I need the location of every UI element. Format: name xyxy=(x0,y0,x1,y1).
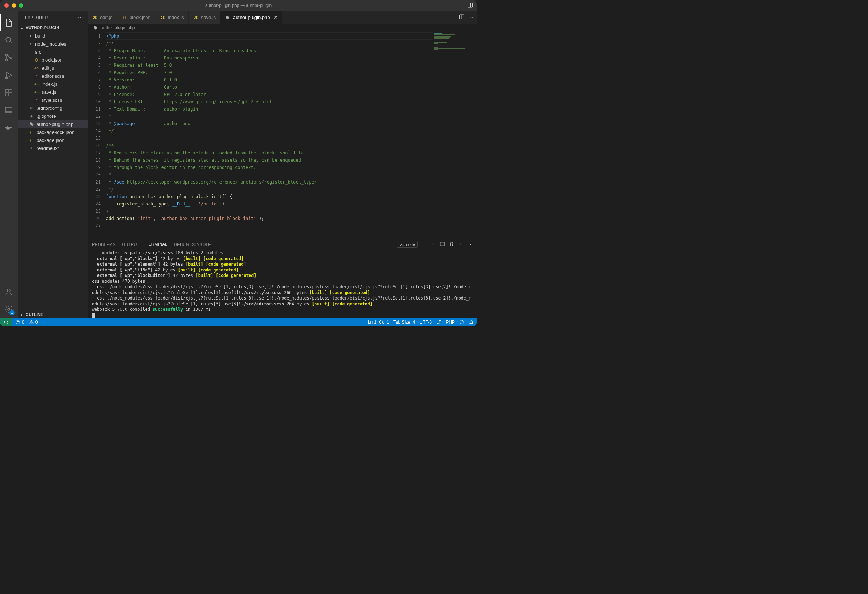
close-icon[interactable]: ✕ xyxy=(274,15,278,20)
tree-file-package-json[interactable]: {}package.json xyxy=(18,136,88,144)
status-eol[interactable]: LF xyxy=(436,320,441,325)
extensions-view-button[interactable] xyxy=(0,84,18,102)
tab-block-json[interactable]: {}block.json xyxy=(117,11,155,24)
maximize-panel-icon[interactable] xyxy=(458,241,463,248)
code-area[interactable]: <?php/** * Plugin Name: An example block… xyxy=(106,32,433,238)
status-warnings[interactable]: 0 xyxy=(29,320,38,325)
editor[interactable]: 1234567891011121314151617181920212223242… xyxy=(88,32,477,238)
status-language[interactable]: PHP xyxy=(446,320,455,325)
tree-folder-build[interactable]: ›build xyxy=(18,32,88,40)
maximize-window-button[interactable] xyxy=(19,3,24,8)
tree-label: editor.scss xyxy=(41,73,64,79)
status-bar: 0 0 Ln 1, Col 1 Tab Size: 4 UTF-8 LF PHP xyxy=(0,318,477,326)
terminal-profile-button[interactable]: node xyxy=(397,241,418,248)
tree-file-gitignore[interactable]: ◆.gitignore xyxy=(18,112,88,120)
project-header[interactable]: ⌄ AUTHOR-PLUGIN xyxy=(18,24,88,32)
run-debug-view-button[interactable] xyxy=(0,66,18,84)
terminal-dropdown-icon[interactable] xyxy=(430,241,436,248)
status-bell-icon[interactable] xyxy=(469,320,474,325)
split-terminal-icon[interactable] xyxy=(440,241,445,248)
tree-label: edit.js xyxy=(41,65,54,71)
tree-label: package-lock.json xyxy=(37,130,74,135)
scss-icon: # xyxy=(34,97,40,103)
tab-index-js[interactable]: JSindex.js xyxy=(155,11,189,24)
tree-file-edit-js[interactable]: JSedit.js xyxy=(18,64,88,72)
svg-point-2 xyxy=(6,37,10,42)
project-name: AUTHOR-PLUGIN xyxy=(25,25,59,30)
status-cursor[interactable]: Ln 1, Col 1 xyxy=(368,320,389,325)
tab-edit-js[interactable]: JSedit.js xyxy=(88,11,117,24)
breadcrumb[interactable]: 🐘 author-plugin.php xyxy=(88,24,477,32)
status-errors-count: 0 xyxy=(22,320,24,325)
remote-indicator[interactable] xyxy=(0,318,12,326)
outline-header[interactable]: › OUTLINE xyxy=(18,310,88,318)
status-feedback-icon[interactable] xyxy=(459,320,464,325)
tree-folder-src[interactable]: ⌄src xyxy=(18,48,88,56)
outline-title: OUTLINE xyxy=(25,312,43,317)
terminal-output[interactable]: modules by path ./src/*.scss 100 bytes 2… xyxy=(88,250,477,318)
close-window-button[interactable] xyxy=(4,3,9,8)
source-control-view-button[interactable] xyxy=(0,49,18,66)
tab-label: index.js xyxy=(168,15,184,20)
svg-rect-12 xyxy=(6,107,12,112)
panel-tab-output[interactable]: OUTPUT xyxy=(122,241,139,248)
panel-tab-problems[interactable]: PROBLEMS xyxy=(92,241,115,248)
more-actions-icon[interactable]: ⋯ xyxy=(468,15,473,20)
tree-file-package-lock[interactable]: {}package-lock.json xyxy=(18,128,88,136)
tree-label: node_modules xyxy=(35,41,66,47)
svg-rect-11 xyxy=(9,93,12,96)
layout-panel-icon[interactable] xyxy=(467,2,473,9)
status-indent[interactable]: Tab Size: 4 xyxy=(394,320,415,325)
docker-view-button[interactable] xyxy=(0,119,18,137)
explorer-more-icon[interactable]: ⋯ xyxy=(77,14,84,21)
svg-rect-8 xyxy=(6,89,8,92)
sidebar: EXPLORER ⋯ ⌄ AUTHOR-PLUGIN ›build ›node_… xyxy=(18,11,88,318)
tree-label: .editorconfig xyxy=(37,105,62,111)
tree-file-save-js[interactable]: JSsave.js xyxy=(18,88,88,96)
php-icon: 🐘 xyxy=(225,15,231,21)
split-editor-icon[interactable] xyxy=(459,14,465,21)
new-terminal-icon[interactable] xyxy=(421,241,427,248)
svg-rect-9 xyxy=(9,89,12,92)
tab-author-plugin-php[interactable]: 🐘author-plugin.php✕ xyxy=(220,11,282,24)
panel-tab-debug[interactable]: DEBUG CONSOLE xyxy=(174,241,211,248)
tree-label: package.json xyxy=(37,137,65,143)
tree-file-style-scss[interactable]: #style.scss xyxy=(18,96,88,104)
js-icon: JS xyxy=(160,15,166,21)
js-icon: JS xyxy=(92,15,98,21)
explorer-view-button[interactable] xyxy=(0,14,18,31)
minimap[interactable] xyxy=(433,32,477,238)
tree-folder-node-modules[interactable]: ›node_modules xyxy=(18,40,88,48)
terminal-profile-label: node xyxy=(406,242,415,247)
json-icon: {} xyxy=(28,129,34,135)
minimize-window-button[interactable] xyxy=(12,3,16,8)
tree-file-editor-scss[interactable]: #editor.scss xyxy=(18,72,88,80)
tree-label: block.json xyxy=(41,57,63,63)
tree-file-readme[interactable]: ≡readme.txt xyxy=(18,144,88,152)
remote-explorer-button[interactable] xyxy=(0,102,18,119)
text-icon: ≡ xyxy=(28,145,34,151)
panel-tab-terminal[interactable]: TERMINAL xyxy=(146,240,168,248)
status-errors[interactable]: 0 xyxy=(15,320,24,325)
accounts-button[interactable] xyxy=(0,283,18,301)
tree-file-author-plugin-php[interactable]: 🐘author-plugin.php xyxy=(18,120,88,128)
status-encoding[interactable]: UTF-8 xyxy=(419,320,432,325)
tab-save-js[interactable]: JSsave.js xyxy=(189,11,220,24)
json-icon: {} xyxy=(121,15,127,21)
tree-file-editorconfig[interactable]: ⚙.editorconfig xyxy=(18,104,88,112)
tab-label: edit.js xyxy=(100,15,112,20)
kill-terminal-icon[interactable] xyxy=(449,241,454,248)
php-icon: 🐘 xyxy=(93,25,99,31)
chevron-down-icon: ⌄ xyxy=(19,25,24,30)
search-view-button[interactable] xyxy=(0,31,18,49)
tree-file-block-json[interactable]: {}block.json xyxy=(18,56,88,64)
activity-bar: 1 xyxy=(0,11,18,318)
json-icon: {} xyxy=(34,57,40,63)
tree-file-index-js[interactable]: JSindex.js xyxy=(18,80,88,88)
tree-label: src xyxy=(35,49,41,55)
close-panel-icon[interactable] xyxy=(467,241,472,248)
tab-label: save.js xyxy=(201,15,216,20)
svg-point-32 xyxy=(31,323,31,323)
window-title: author-plugin.php — author-plugin xyxy=(0,3,477,8)
settings-button[interactable]: 1 xyxy=(0,301,18,318)
